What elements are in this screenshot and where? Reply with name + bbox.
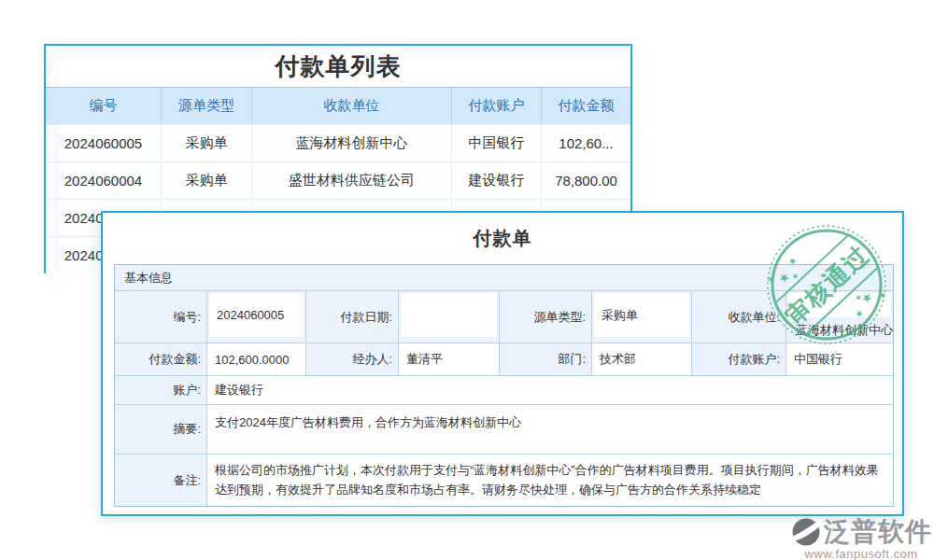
cell-number: 2024060005 <box>46 125 162 161</box>
pay-date-label: 付款日期: <box>306 291 399 343</box>
pay-date-field-cell <box>399 291 500 343</box>
column-header-payee[interactable]: 收款单位 <box>252 88 452 124</box>
amount-field[interactable]: 102,600.0000 <box>207 343 306 376</box>
pay-account-field[interactable]: 中国银行 <box>786 343 893 376</box>
summary-field[interactable]: 支付2024年度广告材料费用，合作方为蓝海材料创新中心 <box>207 405 893 455</box>
column-header-source[interactable]: 源单类型 <box>162 88 252 124</box>
amount-label: 付款金额: <box>115 343 207 376</box>
pay-date-field[interactable] <box>401 293 497 337</box>
vendor-name: 泛普软件 <box>824 514 932 550</box>
payment-form: 编号: 2024060005 付款日期: 源单类型: 采购单 收款单位: 蓝海材… <box>115 291 893 506</box>
source-type-field[interactable]: 采购单 <box>594 293 689 337</box>
number-field-cell: 2024060005 <box>207 291 306 343</box>
payee-value: 蓝海材料创新中心 <box>796 322 893 339</box>
section-title: 基本信息 <box>115 265 893 291</box>
account-label: 账户: <box>115 376 207 405</box>
cell-source: 采购单 <box>162 125 252 161</box>
table-row[interactable]: 2024060004 采购单 盛世材料供应链公司 建设银行 78,800.00 <box>46 161 630 199</box>
handler-field[interactable]: 董清平 <box>399 343 500 376</box>
cell-amount: 78,800.00 <box>542 162 630 199</box>
fanpu-logo-icon <box>790 515 822 549</box>
list-title: 付款单列表 <box>46 46 630 87</box>
dialog-title: 付款单 <box>103 213 902 264</box>
cell-amount: 102,60... <box>542 125 630 161</box>
pay-account-label: 付款账户: <box>692 343 786 376</box>
column-header-number[interactable]: 编号 <box>46 88 162 124</box>
source-type-label: 源单类型: <box>500 291 592 343</box>
payee-label: 收款单位: <box>692 291 786 343</box>
basic-info-panel: 基本信息 编号: 2024060005 付款日期: 源单类型: 采购单 收款单位… <box>114 264 894 507</box>
cell-payee: 蓝海材料创新中心 <box>252 125 452 161</box>
remark-label: 备注: <box>115 455 207 506</box>
remark-field[interactable]: 根据公司的市场推广计划，本次付款用于支付与“蓝海材料创新中心”合作的广告材料项目… <box>207 455 893 506</box>
department-field[interactable]: 技术部 <box>592 343 692 376</box>
payee-field-cell: 蓝海材料创新中心 <box>786 291 893 343</box>
number-label: 编号: <box>115 291 207 343</box>
table-row[interactable]: 2024060005 采购单 蓝海材料创新中心 中国银行 102,60... <box>46 124 630 161</box>
cell-payee: 盛世材料供应链公司 <box>252 162 452 199</box>
department-label: 部门: <box>500 343 592 376</box>
cell-account: 中国银行 <box>452 125 542 161</box>
handler-label: 经办人: <box>306 343 399 376</box>
screen: 付款单列表 编号 源单类型 收款单位 付款账户 付款金额 2024060005 … <box>0 0 934 560</box>
cell-account: 建设银行 <box>452 162 542 199</box>
column-header-account[interactable]: 付款账户 <box>452 88 542 124</box>
vendor-url: www.fanpusoft.com <box>790 547 932 560</box>
list-header-row: 编号 源单类型 收款单位 付款账户 付款金额 <box>46 87 630 124</box>
source-type-field-cell: 采购单 <box>592 291 692 343</box>
column-header-amount[interactable]: 付款金额 <box>542 88 630 124</box>
payment-detail-dialog: 付款单 基本信息 编号: 2024060005 付款日期: 源单类型: 采购单 … <box>101 211 904 516</box>
summary-label: 摘要: <box>115 405 207 455</box>
vendor-watermark: 泛普软件 www.fanpusoft.com <box>790 514 932 560</box>
account-field[interactable]: 建设银行 <box>207 376 893 405</box>
payee-field[interactable] <box>788 293 891 317</box>
cell-number: 2024060004 <box>46 162 162 199</box>
cell-source: 采购单 <box>162 162 252 199</box>
number-field[interactable]: 2024060005 <box>209 293 304 337</box>
